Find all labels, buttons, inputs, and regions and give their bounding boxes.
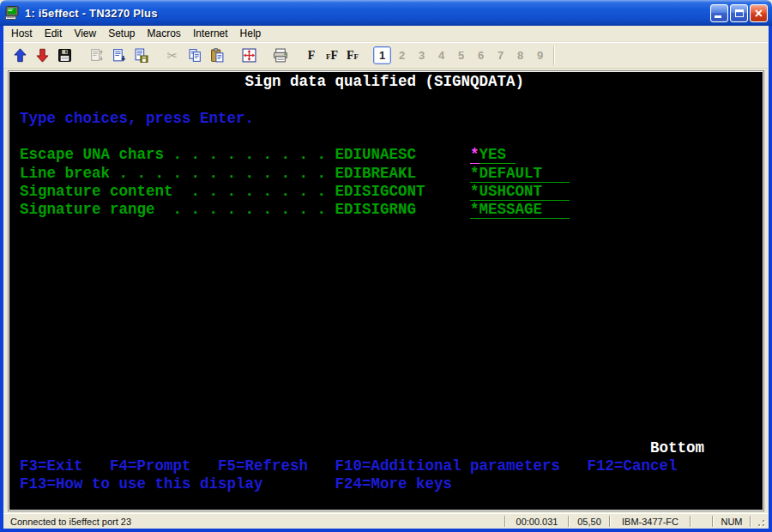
status-message: Connected to i5effect port 23: [5, 517, 504, 527]
terminal-text: Bottom: [650, 440, 704, 457]
terminal-input-field[interactable]: *USHCONT: [470, 184, 570, 201]
send-text-icon: [89, 48, 104, 63]
status-timer: 00:00.031: [506, 517, 568, 527]
status-bar: Connected to i5effect port 23 00:00.031 …: [3, 513, 769, 529]
menu-item-help[interactable]: Help: [234, 26, 268, 42]
receive-text-icon: [112, 48, 126, 63]
status-separator: [690, 516, 691, 527]
menu-bar: HostEditViewSetupMacrosInternetHelp: [3, 26, 769, 42]
download-icon: [35, 48, 50, 63]
copy-button[interactable]: [184, 45, 206, 67]
session-button-2: 2: [393, 46, 411, 64]
terminal-frame: Sign data qualified (SIGNQDATA)Type choi…: [8, 70, 764, 511]
cut-button[interactable]: ✂: [161, 45, 184, 67]
terminal-text: Signature content . . . . . . . . EDISIG…: [20, 184, 425, 201]
save-screen-icon: [134, 48, 148, 63]
terminal-text: Escape UNA chars . . . . . . . . . EDIUN…: [20, 147, 416, 164]
session-button-8: 8: [511, 46, 529, 64]
minimize-button[interactable]: [710, 4, 728, 22]
status-cursor-position: 05,50: [570, 517, 609, 527]
session-button-9: 9: [531, 46, 549, 64]
font-decrease-button[interactable]: FF: [342, 45, 363, 66]
terminal-text: Sign data qualified (SIGNQDATA): [245, 74, 525, 91]
toolbar: ✂: [3, 42, 769, 69]
session-button-6: 6: [472, 46, 490, 64]
terminal-input-field[interactable]: *DEFAULT: [470, 166, 570, 183]
close-button[interactable]: ×: [750, 4, 768, 22]
send-text-button[interactable]: [85, 45, 107, 67]
terminal-cursor[interactable]: *: [470, 147, 479, 164]
screen-adjust-icon: [242, 48, 256, 63]
font-letter: F: [354, 52, 359, 62]
maximize-button[interactable]: [730, 4, 748, 22]
terminal-app-icon: [5, 6, 21, 20]
session-button-5: 5: [452, 46, 470, 64]
session-button-4: 4: [432, 46, 450, 64]
save-icon: [57, 48, 72, 63]
copy-icon: [188, 48, 202, 63]
window-border-right: [769, 26, 772, 529]
title-bar: 1: i5effect - TN3270 Plus ×: [0, 0, 772, 26]
font-button[interactable]: F: [301, 45, 322, 66]
menu-item-internet[interactable]: Internet: [187, 26, 234, 42]
status-keyboard-indicator: NUM: [714, 517, 750, 527]
terminal-input-field[interactable]: *MESSAGE: [470, 202, 570, 219]
print-button[interactable]: [269, 45, 292, 67]
close-icon: ×: [751, 5, 767, 21]
terminal-text: Type choices, press Enter.: [20, 111, 254, 128]
font-increase-button[interactable]: FF: [322, 45, 342, 66]
maximize-icon: [735, 9, 744, 17]
menu-item-setup[interactable]: Setup: [102, 26, 141, 42]
menu-item-edit[interactable]: Edit: [39, 26, 69, 42]
session-button-1[interactable]: 1: [373, 46, 391, 64]
receive-text-button[interactable]: [107, 45, 130, 67]
print-icon: [273, 48, 288, 63]
font-letter: F: [330, 50, 338, 62]
toolbar-separator: [553, 46, 555, 65]
window-border-bottom: [0, 529, 772, 532]
status-terminal-type: IBM-3477-FC: [611, 517, 690, 527]
terminal-text: F13=How to use this display F24=More key…: [20, 476, 452, 493]
application-window: 1: i5effect - TN3270 Plus × HostEditView…: [0, 0, 772, 532]
terminal-text: Line break . . . . . . . . . . . . EDIBR…: [20, 166, 416, 183]
paste-button[interactable]: [206, 45, 228, 67]
resize-grip[interactable]: [751, 515, 767, 529]
menu-item-host[interactable]: Host: [5, 26, 39, 42]
terminal-text: Signature range . . . . . . . . . EDISIG…: [20, 202, 416, 219]
terminal-text: F3=Exit F4=Prompt F5=Refresh F10=Additio…: [20, 458, 678, 475]
window-title: 1: i5effect - TN3270 Plus: [25, 7, 710, 20]
screen-adjust-button[interactable]: [238, 45, 260, 67]
save-screen-button[interactable]: [130, 45, 152, 67]
upload-button[interactable]: [9, 45, 31, 67]
terminal-input-field[interactable]: YES: [479, 147, 516, 164]
cut-icon: ✂: [167, 48, 178, 63]
session-button-7: 7: [492, 46, 510, 64]
paste-icon: [210, 48, 225, 63]
font-letter: F: [347, 50, 354, 62]
upload-icon: [13, 48, 27, 63]
download-button[interactable]: [31, 45, 53, 67]
menu-item-macros[interactable]: Macros: [142, 26, 187, 42]
minimize-icon: [715, 15, 721, 18]
menu-item-view[interactable]: View: [68, 26, 102, 42]
font-letter: F: [308, 50, 316, 62]
terminal-screen[interactable]: Sign data qualified (SIGNQDATA)Type choi…: [9, 72, 763, 510]
save-button[interactable]: [53, 45, 75, 67]
session-button-3: 3: [413, 46, 431, 64]
terminal-area: Sign data qualified (SIGNQDATA)Type choi…: [3, 69, 769, 513]
